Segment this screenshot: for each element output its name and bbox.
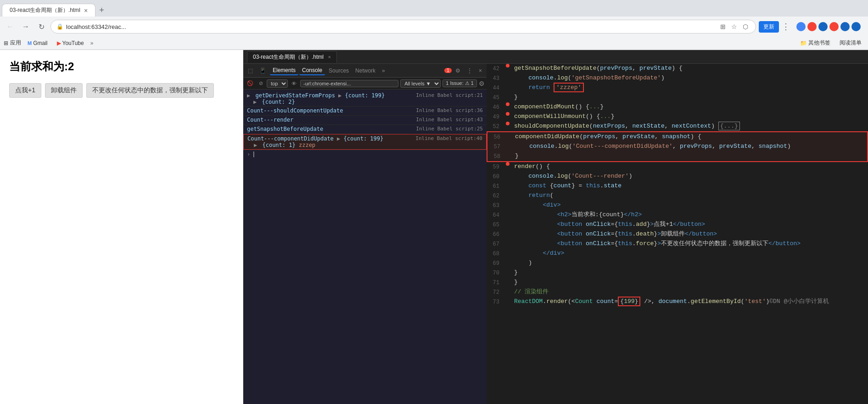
increment-button[interactable]: 点我+1 bbox=[9, 83, 41, 98]
devtools-more-button[interactable]: ⋮ bbox=[464, 67, 475, 75]
console-filter-toggle[interactable]: ⊘ bbox=[257, 80, 265, 87]
breakpoint-dot[interactable] bbox=[506, 122, 510, 125]
code-line-70: 70 } bbox=[487, 268, 868, 278]
nav-bar: ← → ↻ 🔒 localhost:63342/reac... ⊞ ☆ ⬡ 更新… bbox=[0, 17, 868, 37]
code-line-59: 59 render() { bbox=[487, 162, 868, 172]
extension-icon[interactable]: ⬡ bbox=[741, 22, 750, 31]
page-heading: 当前求和为:2 bbox=[9, 59, 234, 74]
console-filter-input[interactable] bbox=[300, 80, 398, 87]
file-tab[interactable]: 03-react生命周期（新）.html × bbox=[247, 51, 337, 63]
browser-chrome: 03-react生命周期（新）.html × + ← → ↻ 🔒 localho… bbox=[0, 0, 868, 50]
active-tab[interactable]: 03-react生命周期（新）.html × bbox=[2, 4, 95, 17]
tab-more[interactable]: » bbox=[379, 67, 388, 75]
console-context-select[interactable]: top bbox=[267, 79, 288, 88]
console-line: Count---shouldComponentUpdate Inline Bab… bbox=[243, 107, 487, 116]
console-settings-button[interactable]: ⚙ bbox=[479, 80, 485, 87]
bookmark-reader[interactable]: 阅读清单 bbox=[837, 38, 864, 48]
folder-icon: 📁 bbox=[800, 40, 807, 46]
update-button[interactable]: 更新 bbox=[759, 21, 779, 33]
code-line-45: 45 } bbox=[487, 93, 868, 102]
tab-sources[interactable]: Sources bbox=[326, 67, 352, 75]
code-line-67: 67 <button onClick={this.force}>不更改任何状态中… bbox=[487, 239, 868, 249]
sub-expand-arrow[interactable]: ▶ bbox=[253, 99, 257, 105]
tab-elements[interactable]: Elements bbox=[270, 66, 298, 75]
breakpoint-dot[interactable] bbox=[506, 162, 510, 166]
reload-button[interactable]: ↻ bbox=[35, 20, 48, 33]
file-tab-close[interactable]: × bbox=[328, 54, 330, 60]
browser-extension-icons bbox=[793, 22, 864, 31]
ext-icon-2[interactable] bbox=[818, 22, 828, 31]
inspect-element-button[interactable]: ⬚ bbox=[245, 67, 256, 75]
devtools-settings-button[interactable]: ⚙ bbox=[453, 67, 463, 75]
chrome-icon[interactable] bbox=[796, 22, 806, 31]
bookmark-apps[interactable]: ⊞ 应用 bbox=[4, 39, 21, 47]
console-devtools-wrapper: ⬚ 📱 Elements Console Sources Network » 1… bbox=[243, 64, 487, 404]
gmail-label: Gmail bbox=[33, 40, 47, 46]
code-line-69: 69 ) bbox=[487, 258, 868, 268]
console-input-line: › | bbox=[243, 150, 487, 158]
star-icon[interactable]: ☆ bbox=[729, 22, 739, 31]
code-line-43: 43 console.log('getSnapshotBeforeUpdate'… bbox=[487, 73, 868, 83]
console-cursor: | bbox=[252, 151, 255, 157]
ext-icon-5[interactable] bbox=[851, 22, 861, 31]
breakpoint-dot[interactable] bbox=[506, 102, 510, 106]
code-line-68: 68 </div> bbox=[487, 249, 868, 258]
console-source-link[interactable]: Inline Babel script:40 bbox=[415, 135, 482, 141]
breakpoint-dot[interactable] bbox=[506, 64, 510, 67]
code-line-71: 71 } bbox=[487, 278, 868, 287]
new-tab-button[interactable]: + bbox=[95, 4, 108, 17]
code-line-60: 60 console.log('Count---render') bbox=[487, 172, 868, 181]
ext-icon-1[interactable] bbox=[807, 22, 817, 31]
devtools-file-tabs: 03-react生命周期（新）.html × bbox=[243, 50, 868, 64]
console-source-link[interactable]: Inline Babel script:36 bbox=[416, 107, 483, 113]
console-line: Count---render Inline Babel script:43 bbox=[243, 116, 487, 125]
forward-button[interactable]: → bbox=[19, 20, 32, 33]
address-text: localhost:63342/reac... bbox=[66, 23, 718, 30]
tab-network[interactable]: Network bbox=[353, 67, 378, 75]
sub-expand-arrow-2[interactable]: ▶ bbox=[254, 142, 257, 148]
menu-button[interactable]: ⋮ bbox=[782, 22, 790, 32]
tab-console[interactable]: Console bbox=[299, 66, 325, 75]
bookmark-other[interactable]: 📁 其他书签 bbox=[797, 38, 833, 48]
address-bar[interactable]: 🔒 localhost:63342/reac... ⊞ ☆ ⬡ bbox=[50, 20, 756, 34]
ext-icon-3[interactable] bbox=[829, 22, 839, 31]
console-eye-button[interactable]: 👁 bbox=[290, 80, 298, 87]
code-line-63: 63 <div> bbox=[487, 201, 868, 210]
bookmark-gmail[interactable]: M Gmail bbox=[25, 39, 50, 47]
bookmark-youtube[interactable]: ▶ YouTube bbox=[54, 39, 87, 47]
code-line-66: 66 <button onClick={this.death}>卸载组件</bu… bbox=[487, 230, 868, 239]
code-line-72: 72 // 渲染组件 bbox=[487, 287, 868, 297]
code-line-46: 46 componentDidMount() {...} bbox=[487, 102, 868, 112]
tab-title: 03-react生命周期（新）.html bbox=[10, 6, 80, 14]
code-panel: 42 getSnapshotBeforeUpdate(prevProps, pr… bbox=[487, 64, 868, 404]
translate-icon[interactable]: ⊞ bbox=[718, 22, 728, 31]
tab-close-button[interactable]: × bbox=[84, 7, 88, 14]
devtools-panel: 03-react生命周期（新）.html × ⬚ 📱 Elements Cons… bbox=[243, 50, 868, 404]
console-source-link[interactable]: Inline Babel script:43 bbox=[416, 117, 483, 123]
back-button[interactable]: ← bbox=[4, 20, 17, 33]
code-line-64: 64 <h2>当前求和:{count}</h2> bbox=[487, 210, 868, 220]
console-source-link[interactable]: Inline Babel script:21 bbox=[416, 92, 483, 98]
console-line: ▶ getDerivedStateFromProps ▶ {count: 199… bbox=[243, 91, 487, 107]
force-update-button[interactable]: 不更改任何状态中的数据，强制更新以下 bbox=[86, 83, 214, 98]
code-content: 42 getSnapshotBeforeUpdate(prevProps, pr… bbox=[487, 64, 868, 404]
apps-label: 应用 bbox=[10, 39, 21, 47]
reader-label: 阅读清单 bbox=[840, 39, 862, 47]
file-tab-title: 03-react生命周期（新）.html bbox=[253, 54, 324, 60]
code-line-62: 62 return( bbox=[487, 191, 868, 201]
expand-arrow[interactable]: ▶ bbox=[247, 92, 250, 99]
breakpoint-dot[interactable] bbox=[506, 112, 510, 116]
code-line-42: 42 getSnapshotBeforeUpdate(prevProps, pr… bbox=[487, 64, 868, 73]
console-level-select[interactable]: All levels ▼ bbox=[400, 79, 441, 88]
ext-icon-4[interactable] bbox=[840, 22, 850, 31]
devtools-close-button[interactable]: × bbox=[476, 67, 485, 75]
devtools-body: ⬚ 📱 Elements Console Sources Network » 1… bbox=[243, 64, 868, 404]
console-source-link[interactable]: Inline Babel script:25 bbox=[416, 126, 483, 132]
other-label: 其他书签 bbox=[808, 39, 830, 47]
console-clear-button[interactable]: 🚫 bbox=[245, 80, 255, 87]
console-line: getSnapshotBeforeUpdate Inline Babel scr… bbox=[243, 125, 487, 134]
bookmarks-more[interactable]: » bbox=[90, 40, 94, 46]
code-line-52: 52 shouldComponentUpdate(nextProps, next… bbox=[487, 122, 868, 131]
device-toolbar-button[interactable]: 📱 bbox=[257, 67, 269, 75]
unmount-button[interactable]: 卸载组件 bbox=[45, 83, 83, 98]
